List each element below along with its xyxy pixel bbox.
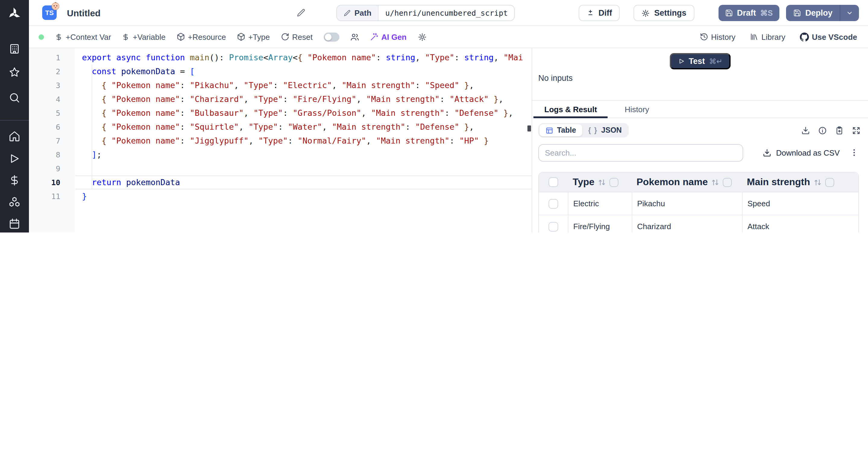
add-variable-button[interactable]: +Variable [122,32,166,41]
ai-gen-button[interactable]: AI Gen [370,32,407,41]
add-context-var-button[interactable]: +Context Var [55,32,111,41]
column-checkbox[interactable] [825,178,834,187]
library-button[interactable]: Library [750,32,785,41]
toggle-knob [324,33,331,40]
search-input[interactable] [538,144,743,161]
line-number: 10 [29,175,60,190]
save-icon [793,9,801,17]
code-text: { "Pokemon name": "Jigglypuff", "Type": … [60,134,532,148]
download-icon[interactable] [801,126,810,135]
line-number: 9 [29,162,60,175]
code-line[interactable]: 7 { "Pokemon name": "Jigglypuff", "Type"… [29,134,532,148]
code-line[interactable]: 1export async function main(): Promise<A… [29,51,532,64]
history-button[interactable]: History [700,32,735,41]
editor-settings-gear-icon[interactable] [417,32,427,41]
path-chip-label: Path [337,5,378,21]
pencil-icon [344,9,351,17]
view-json-button[interactable]: { } JSON [582,124,627,136]
boxes-icon[interactable] [8,196,21,208]
deploy-dropdown-button[interactable] [840,5,859,21]
topbar-actions: Diff Settings Draft ⌘S Deploy [579,5,859,21]
add-type-label: +Type [248,32,270,41]
deploy-label: Deploy [805,8,832,18]
edit-pencil-icon[interactable] [297,8,306,18]
windmill-logo[interactable] [7,6,22,22]
code-line[interactable]: 2 const pokemonData = [ [29,64,532,79]
code-line[interactable]: 10 return pokemonData [29,175,532,190]
tab-logs-result[interactable]: Logs & Result [533,101,608,118]
play-icon[interactable] [8,153,21,165]
line-number: 4 [29,92,60,106]
baby-emoji-icon [51,2,60,10]
line-number: 6 [29,120,60,134]
clipboard-copy-icon[interactable] [835,126,844,135]
magic-wand-icon [370,33,378,41]
column-checkbox[interactable] [723,178,732,187]
typescript-badge: TS [42,5,57,20]
download-csv-button[interactable]: Download as CSV [762,148,840,157]
code-editor[interactable]: 1export async function main(): Promise<A… [29,48,532,233]
path-value[interactable]: u/henri/unencumbered_script [378,5,514,21]
select-all-checkbox[interactable] [549,177,558,187]
code-line[interactable]: 9 [29,162,532,175]
home-icon[interactable] [8,130,21,142]
diff-label: Diff [598,8,612,18]
result-toolbar: Table { } JSON [538,122,861,139]
table-icon [546,126,553,134]
search-icon[interactable] [8,92,21,104]
diff-button[interactable]: Diff [579,5,620,21]
sort-icon[interactable] [712,178,719,186]
row-checkbox[interactable] [549,199,558,208]
table-cell: Speed [742,193,858,215]
run-panel: Test ⌘↵ No inputs Logs & Result History … [532,48,868,233]
table-row[interactable]: ElectricPikachuSpeed [539,193,858,215]
line-number: 11 [29,190,60,203]
add-resource-button[interactable]: +Resource [176,32,226,41]
library-icon [750,33,758,41]
draft-button[interactable]: Draft ⌘S [718,5,779,21]
windmill-script-editor: TS Untitled Path u/henri/unencumbered_sc… [0,0,868,233]
use-vscode-label: Use VScode [812,32,857,41]
tab-history[interactable]: History [614,101,660,118]
settings-button[interactable]: Settings [634,5,694,21]
deploy-button[interactable]: Deploy [786,5,840,21]
column-checkbox[interactable] [610,178,618,187]
result-actions [801,126,861,135]
code-line[interactable]: 8 ]; [29,148,532,162]
table-header: TypePokemon nameMain strength [539,173,858,193]
no-inputs-text: No inputs [538,74,572,83]
calendar-icon[interactable] [8,218,21,230]
star-icon[interactable] [8,66,21,79]
reset-button[interactable]: Reset [281,32,313,41]
package-icon [237,33,245,41]
dollar-icon[interactable] [8,174,21,186]
building-icon[interactable] [8,43,21,55]
add-type-button[interactable]: +Type [237,32,270,41]
expand-icon[interactable] [852,126,861,135]
code-line[interactable]: 6 { "Pokemon name": "Squirtle", "Type": … [29,120,532,134]
code-text: export async function main(): Promise<Ar… [60,51,532,64]
code-line[interactable]: 4 { "Pokemon name": "Charizard", "Type":… [29,92,532,106]
sort-icon[interactable] [814,178,822,186]
use-vscode-button[interactable]: Use VScode [800,32,857,41]
code-line[interactable]: 3 { "Pokemon name": "Pikachu", "Type": "… [29,79,532,92]
multiplayer-toggle[interactable] [323,32,339,41]
column-header[interactable]: Pokemon name [632,173,742,192]
status-dot [38,34,44,39]
row-checkbox[interactable] [549,222,558,231]
view-table-button[interactable]: Table [539,124,582,136]
code-text: ]; [60,148,532,162]
code-line[interactable]: 11} [29,190,532,203]
column-header[interactable]: Type [568,173,632,192]
history-icon [700,33,708,41]
table-row[interactable]: Fire/FlyingCharizardAttack [539,215,858,233]
info-icon[interactable] [818,126,827,135]
sort-icon[interactable] [598,178,606,186]
code-line[interactable]: 5 { "Pokemon name": "Bulbasaur", "Type":… [29,106,532,120]
test-button[interactable]: Test ⌘↵ [670,53,731,69]
kebab-menu-icon[interactable] [849,148,859,157]
play-icon [678,58,684,64]
path-chip[interactable]: Path u/henri/unencumbered_script [336,5,515,21]
column-header[interactable]: Main strength [742,173,858,192]
plus-minus-icon [587,9,594,17]
